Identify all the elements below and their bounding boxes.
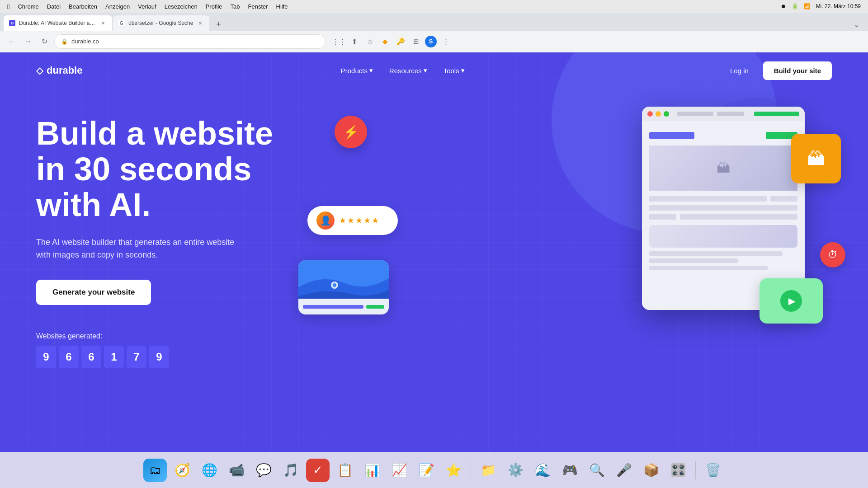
dock-word[interactable]: 📝 bbox=[415, 459, 438, 482]
map-overlay bbox=[298, 299, 389, 314]
play-button[interactable]: ▶ bbox=[780, 290, 802, 312]
profiles-icon[interactable]: ⊞ bbox=[410, 35, 422, 48]
dock-chrome[interactable]: 🌐 bbox=[198, 459, 221, 482]
dock-system-prefs[interactable]: ⚙️ bbox=[504, 459, 527, 482]
websites-generated-counter: Websites generated: 9 6 6 1 7 9 bbox=[36, 332, 298, 368]
mockup-small-line3 bbox=[649, 266, 768, 270]
dock-waveform[interactable]: 🎤 bbox=[612, 459, 636, 482]
password-icon[interactable]: 🔑 bbox=[394, 35, 407, 48]
nav-tools-label: Tools bbox=[443, 67, 459, 75]
menu-chrome[interactable]: Chrome bbox=[18, 3, 38, 10]
forward-button[interactable]: → bbox=[22, 35, 34, 48]
tab-expand-button[interactable]: ⌄ bbox=[850, 18, 863, 31]
chrome-profile-avatar[interactable]: S bbox=[425, 36, 437, 47]
website-content: ◇ durable Products ▾ Resources ▾ Tools ▾… bbox=[0, 52, 868, 488]
dock-safari[interactable]: 🧭 bbox=[170, 459, 194, 482]
float-card-bolt: ⚡ bbox=[335, 116, 367, 148]
tab-google[interactable]: G übersetzer - Google Suche ✕ bbox=[113, 15, 209, 31]
nav-resources-label: Resources bbox=[389, 67, 422, 75]
apple-logo[interactable]:  bbox=[7, 3, 9, 10]
digit-2: 6 bbox=[81, 346, 101, 368]
menu-lesezeichen[interactable]: Lesezeichen bbox=[165, 3, 198, 10]
google-apps-icon[interactable]: ⋮⋮ bbox=[333, 35, 345, 48]
mockup-titlebar bbox=[642, 107, 805, 121]
share-icon[interactable]: ⬆ bbox=[348, 35, 361, 48]
menu-verlauf[interactable]: Verlauf bbox=[138, 3, 156, 10]
site-logo[interactable]: ◇ durable bbox=[36, 65, 82, 76]
dock-todoist[interactable]: ✓ bbox=[306, 459, 330, 482]
mockup-line4 bbox=[649, 214, 676, 220]
dock-trash[interactable]: 🗑️ bbox=[701, 459, 725, 482]
dock-zoom[interactable]: 📹 bbox=[225, 459, 248, 482]
nav-actions: Log in Build your site bbox=[723, 61, 832, 80]
menu-datei[interactable]: Datei bbox=[47, 3, 61, 10]
datetime: Mi. 22. März 10:59 bbox=[816, 3, 861, 9]
dock-quicksilver[interactable]: 🔍 bbox=[585, 459, 609, 482]
generate-website-button[interactable]: Generate your website bbox=[36, 280, 151, 305]
extensions-icon[interactable]: ◆ bbox=[379, 35, 392, 48]
map-image bbox=[298, 260, 389, 314]
menu-bearbeiten[interactable]: Bearbeiten bbox=[69, 3, 97, 10]
bookmark-icon[interactable]: ☆ bbox=[363, 35, 376, 48]
menu-anzeigen[interactable]: Anzeigen bbox=[105, 3, 130, 10]
more-options-icon[interactable]: ⋮ bbox=[439, 35, 452, 48]
login-button[interactable]: Log in bbox=[723, 63, 756, 78]
logo-diamond-icon: ◇ bbox=[36, 65, 43, 76]
dock-excel[interactable]: 📊 bbox=[360, 459, 384, 482]
mockup-line3 bbox=[649, 205, 797, 211]
back-button[interactable]: ← bbox=[5, 35, 18, 48]
macos-dock: 🗂 🧭 🌐 📹 💬 🎵 ✓ 📋 � bbox=[0, 452, 868, 488]
mockup-image-area: 🏔 bbox=[649, 145, 797, 191]
tab-durable[interactable]: D Durable: AI Website Builder an... ✕ bbox=[4, 15, 112, 31]
mockup-header-bar-blue bbox=[649, 132, 694, 139]
new-tab-button[interactable]: + bbox=[212, 18, 225, 31]
dock-arc[interactable]: 🌊 bbox=[531, 459, 554, 482]
dock-trello[interactable]: 📋 bbox=[333, 459, 357, 482]
dock-reeder[interactable]: ⭐ bbox=[442, 459, 465, 482]
menubar-left:  Chrome Datei Bearbeiten Anzeigen Verla… bbox=[7, 3, 288, 10]
menu-tab[interactable]: Tab bbox=[231, 3, 240, 10]
hero-content: Build a website in 30 seconds with AI. T… bbox=[36, 107, 298, 368]
counter-digits-row: 9 6 6 1 7 9 bbox=[36, 346, 298, 368]
mockup-lines-row3 bbox=[649, 214, 797, 220]
dock-discord[interactable]: 🎮 bbox=[558, 459, 581, 482]
dock-controls[interactable]: 🎛️ bbox=[666, 459, 690, 482]
dock-spotify[interactable]: 🎵 bbox=[279, 459, 302, 482]
dock-drive[interactable]: 📁 bbox=[476, 459, 500, 482]
nav-links: Products ▾ Resources ▾ Tools ▾ bbox=[335, 63, 471, 78]
dock-whatsapp[interactable]: 💬 bbox=[252, 459, 275, 482]
svg-point-2 bbox=[333, 283, 336, 287]
toolbar-actions: ⋮⋮ ⬆ ☆ ◆ 🔑 ⊞ S ⋮ bbox=[333, 35, 452, 48]
mockup-bar-2 bbox=[717, 112, 744, 116]
url-bar[interactable]: 🔒 durable.co bbox=[54, 34, 326, 49]
mockup-bottom-image bbox=[649, 225, 797, 248]
logo-text: durable bbox=[47, 65, 82, 76]
tab-close-durable[interactable]: ✕ bbox=[99, 19, 107, 27]
menu-profile[interactable]: Profile bbox=[206, 3, 222, 10]
mockup-small-line1 bbox=[649, 251, 783, 256]
digit-5: 9 bbox=[149, 346, 169, 368]
menu-fenster[interactable]: Fenster bbox=[248, 3, 268, 10]
build-site-button[interactable]: Build your site bbox=[763, 61, 832, 80]
nav-products[interactable]: Products ▾ bbox=[335, 63, 379, 78]
url-text: durable.co bbox=[71, 38, 99, 45]
reload-button[interactable]: ↻ bbox=[38, 35, 51, 48]
nav-tools[interactable]: Tools ▾ bbox=[437, 63, 471, 78]
mockup-bar-3 bbox=[754, 112, 799, 116]
dock-separator bbox=[471, 461, 471, 479]
tab-close-google[interactable]: ✕ bbox=[197, 19, 204, 27]
menu-hilfe[interactable]: Hilfe bbox=[276, 3, 288, 10]
mockup-line1 bbox=[649, 196, 767, 202]
products-chevron-icon: ▾ bbox=[369, 66, 373, 75]
dock-airdrop[interactable]: 📦 bbox=[639, 459, 663, 482]
nav-resources[interactable]: Resources ▾ bbox=[383, 63, 434, 78]
mountain-icon: 🏔 bbox=[807, 149, 825, 169]
map-bar bbox=[303, 305, 363, 309]
dock-finder[interactable]: 🗂 bbox=[143, 459, 167, 482]
hero-title-line3: with AI. bbox=[36, 187, 298, 223]
address-bar: ← → ↻ 🔒 durable.co ⋮⋮ ⬆ ☆ ◆ 🔑 ⊞ S ⋮ bbox=[0, 31, 868, 52]
play-icon: ▶ bbox=[788, 296, 795, 306]
mockup-line2 bbox=[770, 196, 797, 202]
hero-illustration: 🏔 bbox=[280, 107, 832, 333]
dock-powerpoint[interactable]: 📈 bbox=[387, 459, 411, 482]
